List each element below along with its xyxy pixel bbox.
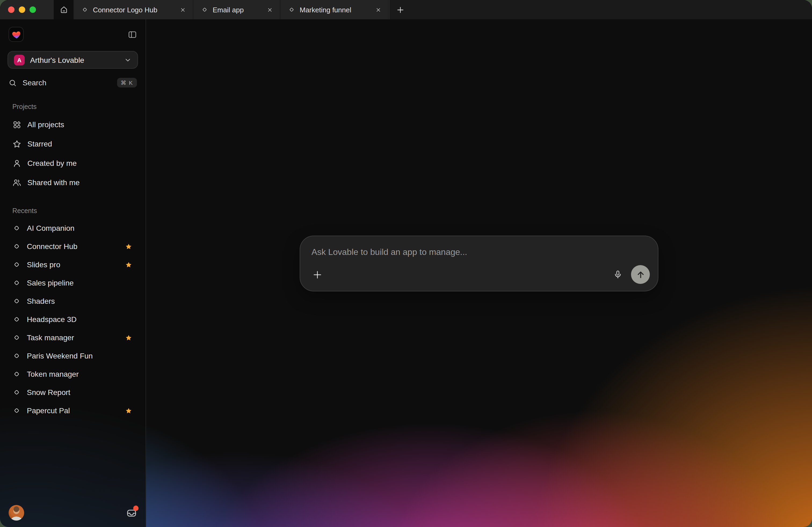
prompt-box [300,236,658,291]
sidebar: A Arthur's Lovable Search ⌘ K Projects [0,19,146,527]
project-name: Shaders [27,297,132,305]
tab-label: Marketing funnel [300,6,369,14]
diamond-icon [12,224,21,232]
diamond-icon [81,6,89,13]
plus-icon [312,269,323,280]
diamond-icon [12,351,21,360]
diamond-icon [12,388,21,396]
close-tab-icon[interactable] [265,5,274,14]
stage: Connector Logo Hub Email app Marke [0,0,812,527]
project-name: Slides pro [27,260,125,269]
search-icon [9,79,17,87]
project-name: Headspace 3D [27,315,132,323]
star-outline-icon [12,139,21,148]
sidebar-item-task-manager[interactable]: Task manager [0,328,146,347]
send-button[interactable] [631,265,650,284]
people-icon [12,178,21,187]
diamond-icon [288,6,295,13]
inbox-button[interactable] [126,507,137,519]
diamond-icon [12,278,21,287]
star-icon [125,334,132,341]
tab-email-app[interactable]: Email app [193,0,280,19]
sidebar-item-headspace-3d[interactable]: Headspace 3D [0,310,146,328]
project-name: Task manager [27,333,125,342]
sidebar-header [9,27,137,42]
new-tab-zone [389,0,405,19]
main-area [146,19,812,527]
zoom-window-button[interactable] [30,6,36,13]
sidebar-item-paris-weekend-fun[interactable]: Paris Weekend Fun [0,347,146,365]
prompt-toolbar [311,265,650,284]
project-name: Token manager [27,370,132,378]
mic-button[interactable] [611,268,624,281]
workspace-avatar: A [14,55,25,65]
chevron-down-icon [124,56,132,64]
home-icon [59,5,68,14]
minimize-window-button[interactable] [19,6,25,13]
notification-dot [133,505,139,511]
user-avatar[interactable] [9,505,24,521]
recents-section-title: Recents [12,207,146,215]
project-name: Snow Report [27,388,132,396]
project-name: Papercut Pal [27,406,125,415]
sidebar-item-label: Shared with me [27,178,132,187]
sidebar-item-label: Created by me [27,159,132,167]
tab-marketing-funnel[interactable]: Marketing funnel [280,0,389,19]
sidebar-footer [9,505,137,521]
diamond-icon [12,260,21,269]
diamond-icon [12,242,21,251]
tab-bar: Connector Logo Hub Email app Marke [0,0,812,19]
diamond-icon [12,406,21,415]
lovable-logo[interactable] [9,27,24,42]
tab-label: Connector Logo Hub [93,6,174,14]
project-name: AI Companion [27,224,132,232]
prompt-input[interactable] [300,236,658,267]
app-body: A Arthur's Lovable Search ⌘ K Projects [0,19,812,527]
close-window-button[interactable] [8,6,14,13]
sidebar-item-token-manager[interactable]: Token manager [0,365,146,383]
workspace-selector[interactable]: A Arthur's Lovable [8,51,138,69]
close-tab-icon[interactable] [178,5,187,14]
sidebar-item-created-by-me[interactable]: Created by me [0,153,146,173]
sidebar-item-snow-report[interactable]: Snow Report [0,383,146,402]
window-controls [0,0,54,19]
sidebar-item-sales-pipeline[interactable]: Sales pipeline [0,274,146,292]
sidebar-item-slides-pro[interactable]: Slides pro [0,255,146,274]
tab-label: Email app [213,6,261,14]
sidebar-item-connector-hub[interactable]: Connector Hub [0,237,146,255]
search-shortcut: ⌘ K [117,78,137,88]
diamond-icon [12,315,21,323]
lovable-app-window: Connector Logo Hub Email app Marke [0,0,812,527]
grid-shapes-icon [12,120,21,129]
projects-section-title: Projects [12,103,146,110]
project-name: Connector Hub [27,242,125,251]
project-name: Paris Weekend Fun [27,351,132,360]
workspace-name: Arthur's Lovable [30,56,124,64]
search-button[interactable]: Search ⌘ K [9,76,137,89]
sidebar-item-shaders[interactable]: Shaders [0,292,146,310]
tab-connector-logo-hub[interactable]: Connector Logo Hub [74,0,193,19]
diamond-icon [12,370,21,378]
tab-home[interactable] [54,0,74,19]
toggle-sidebar-icon[interactable] [128,30,137,39]
search-label: Search [23,78,117,87]
sidebar-item-papercut-pal[interactable]: Papercut Pal [0,402,146,420]
sidebar-item-shared-with-me[interactable]: Shared with me [0,173,146,192]
new-tab-button[interactable] [396,5,405,14]
project-name: Sales pipeline [27,278,132,287]
sidebar-item-starred[interactable]: Starred [0,134,146,153]
attach-button[interactable] [311,268,324,281]
diamond-icon [12,333,21,342]
arrow-up-icon [636,270,645,279]
diamond-icon [12,297,21,305]
close-tab-icon[interactable] [374,5,382,14]
sidebar-item-label: All projects [27,120,132,129]
star-icon [125,407,132,414]
diamond-icon [201,6,208,13]
sidebar-item-ai-companion[interactable]: AI Companion [0,219,146,237]
star-icon [125,261,132,268]
sidebar-item-label: Starred [27,139,132,148]
sidebar-item-all-projects[interactable]: All projects [0,115,146,134]
star-icon [125,243,132,250]
microphone-icon [613,270,622,279]
